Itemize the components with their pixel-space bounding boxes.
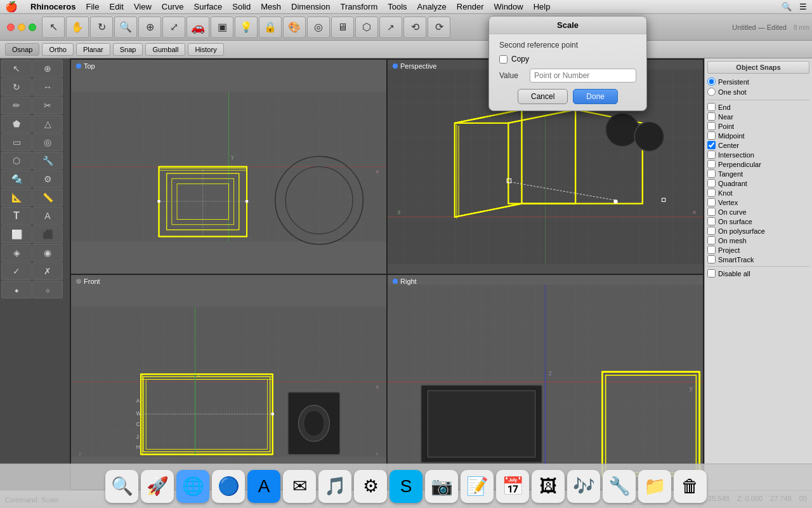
menu-file[interactable]: File bbox=[86, 2, 100, 11]
snap-tangent[interactable]: Tangent bbox=[707, 170, 809, 178]
viewport-right[interactable]: Right z y bbox=[388, 275, 703, 489]
left-mirror-tool[interactable]: ↔ bbox=[32, 78, 63, 96]
search-icon[interactable]: 🔍 bbox=[782, 2, 792, 11]
left-check-tool[interactable]: ✓ bbox=[1, 262, 32, 280]
rotate-view-tool[interactable]: ↻ bbox=[90, 17, 113, 38]
cancel-button[interactable]: Cancel bbox=[518, 89, 568, 104]
dock-settings[interactable]: ⚙ bbox=[354, 470, 387, 503]
arrow-tool[interactable]: ↗ bbox=[379, 17, 402, 38]
persistent-radio[interactable]: Persistent bbox=[707, 77, 809, 86]
snap-quadrant[interactable]: Quadrant bbox=[707, 179, 809, 187]
redo-tool[interactable]: ⟳ bbox=[428, 17, 450, 38]
menu-icon[interactable]: ☰ bbox=[799, 2, 807, 11]
hex-tool[interactable]: ⬡ bbox=[355, 17, 378, 38]
left-diamond2-tool[interactable]: ⬥ bbox=[1, 281, 32, 298]
left-ruler-tool[interactable]: 📏 bbox=[32, 189, 63, 206]
left-select-tool[interactable]: ↖ bbox=[1, 60, 32, 77]
left-angle-tool[interactable]: 📐 bbox=[1, 189, 32, 206]
left-surface-tool[interactable]: ⬟ bbox=[1, 115, 32, 133]
menu-tools[interactable]: Tools bbox=[388, 2, 407, 11]
zoom-window-tool[interactable]: ⊕ bbox=[138, 17, 161, 38]
dock-skype[interactable]: S bbox=[390, 470, 422, 503]
ortho-button[interactable]: Ortho bbox=[42, 43, 74, 56]
material-tool[interactable]: 🎨 bbox=[283, 17, 306, 38]
left-square-tool[interactable]: ⬜ bbox=[1, 225, 32, 243]
left-trim-tool[interactable]: ✂ bbox=[32, 97, 63, 114]
left-x-tool[interactable]: ✗ bbox=[32, 262, 63, 280]
menu-edit[interactable]: Edit bbox=[109, 2, 123, 11]
left-bolt-tool[interactable]: 🔩 bbox=[1, 170, 32, 188]
menu-analyze[interactable]: Analyze bbox=[417, 2, 447, 11]
menu-help[interactable]: Help bbox=[534, 2, 551, 11]
gumball-button[interactable]: Gumball bbox=[145, 43, 185, 56]
dock-notes[interactable]: 📝 bbox=[461, 470, 494, 503]
snap-perpendicular[interactable]: Perpendicular bbox=[707, 160, 809, 168]
left-wrench-tool[interactable]: 🔧 bbox=[32, 152, 63, 170]
menu-mesh[interactable]: Mesh bbox=[261, 2, 281, 11]
dock-photos[interactable]: 🖼 bbox=[532, 470, 565, 503]
light-tool[interactable]: 💡 bbox=[235, 17, 258, 38]
menu-transform[interactable]: Transform bbox=[340, 2, 377, 11]
left-diamond-tool[interactable]: ◈ bbox=[1, 244, 32, 262]
left-zoom-tool[interactable]: ⊕ bbox=[32, 60, 63, 77]
snap-project[interactable]: Project bbox=[707, 246, 809, 254]
lock-tool[interactable]: 🔒 bbox=[259, 17, 282, 38]
planar-button[interactable]: Planar bbox=[76, 43, 110, 56]
left-circle-tool2[interactable]: ◎ bbox=[32, 133, 63, 151]
left-gear-tool[interactable]: ⚙ bbox=[32, 170, 63, 188]
viewport-front[interactable]: Front z x A W C J H bbox=[71, 275, 386, 489]
dock-chrome[interactable]: 🔵 bbox=[212, 470, 245, 503]
menu-curve[interactable]: Curve bbox=[162, 2, 184, 11]
menu-view[interactable]: View bbox=[134, 2, 152, 11]
left-hex2-tool[interactable]: ⬡ bbox=[1, 152, 32, 170]
zoom-tool[interactable]: 🔍 bbox=[114, 17, 137, 38]
box-tool[interactable]: ▣ bbox=[211, 17, 233, 38]
dock-safari[interactable]: 🌐 bbox=[176, 470, 209, 503]
one-shot-radio[interactable]: One shot bbox=[707, 88, 809, 96]
zoom-extents-tool[interactable]: ⤢ bbox=[162, 17, 185, 38]
left-text-tool[interactable]: T bbox=[1, 207, 32, 225]
left-rect-tool[interactable]: ▭ bbox=[1, 133, 32, 151]
snap-button[interactable]: Snap bbox=[113, 43, 143, 56]
dock-finder[interactable]: 🔍 bbox=[105, 470, 138, 503]
left-triangle-tool[interactable]: △ bbox=[32, 115, 63, 133]
dock-itunes2[interactable]: 🎶 bbox=[567, 470, 600, 503]
snap-knot[interactable]: Knot bbox=[707, 189, 809, 197]
menu-render[interactable]: Render bbox=[457, 2, 484, 11]
dock-folder[interactable]: 📁 bbox=[638, 470, 671, 503]
snap-end[interactable]: End bbox=[707, 103, 809, 111]
left-dot-tool[interactable]: ◉ bbox=[32, 244, 63, 262]
dock-mail[interactable]: ✉ bbox=[283, 470, 316, 503]
left-rotate-tool[interactable]: ↻ bbox=[1, 78, 32, 96]
dock-system-prefs[interactable]: 🔧 bbox=[603, 470, 636, 503]
snap-midpoint[interactable]: Midpoint bbox=[707, 131, 809, 140]
copy-checkbox-label[interactable]: Copy bbox=[499, 55, 529, 64]
snap-disable-all[interactable]: Disable all bbox=[707, 269, 809, 277]
snap-vertex[interactable]: Vertex bbox=[707, 198, 809, 206]
pan-tool[interactable]: ✋ bbox=[66, 17, 89, 38]
left-draw-tool[interactable]: ✏ bbox=[1, 97, 32, 114]
undo-tool[interactable]: ⟲ bbox=[403, 17, 426, 38]
snap-near[interactable]: Near bbox=[707, 112, 809, 121]
apple-menu[interactable]: 🍎 bbox=[5, 1, 18, 13]
osnap-button[interactable]: Osnap bbox=[5, 43, 39, 56]
menu-solid[interactable]: Solid bbox=[232, 2, 251, 11]
dock-launchpad[interactable]: 🚀 bbox=[141, 470, 174, 503]
snap-intersection[interactable]: Intersection bbox=[707, 150, 809, 159]
copy-checkbox[interactable] bbox=[499, 55, 508, 64]
dock-facetime[interactable]: 📷 bbox=[425, 470, 458, 503]
snap-on-curve[interactable]: On curve bbox=[707, 208, 809, 216]
history-button[interactable]: History bbox=[188, 43, 223, 56]
menu-window[interactable]: Window bbox=[494, 2, 523, 11]
value-input[interactable] bbox=[530, 69, 636, 83]
done-button[interactable]: Done bbox=[573, 89, 618, 104]
dock-appstore[interactable]: A bbox=[247, 470, 280, 503]
monitor-tool[interactable]: 🖥 bbox=[331, 17, 354, 38]
left-diamond3-tool[interactable]: ⬦ bbox=[32, 281, 63, 298]
circle-tool[interactable]: ◎ bbox=[307, 17, 330, 38]
menu-dimension[interactable]: Dimension bbox=[291, 2, 330, 11]
menu-surface[interactable]: Surface bbox=[194, 2, 223, 11]
dock-itunes[interactable]: 🎵 bbox=[318, 470, 351, 503]
left-fill-tool[interactable]: ⬛ bbox=[32, 225, 63, 243]
dock-calendar[interactable]: 📅 bbox=[496, 470, 529, 503]
